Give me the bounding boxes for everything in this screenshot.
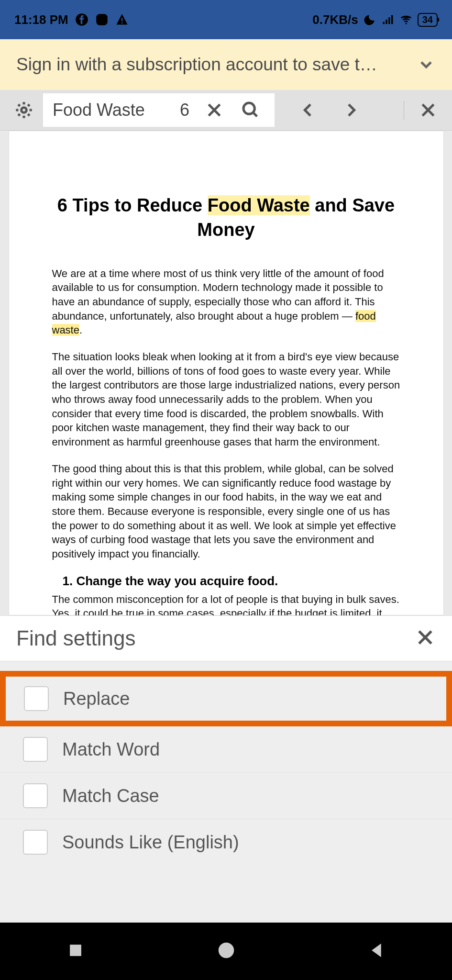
back-button[interactable]: [368, 941, 386, 961]
search-input[interactable]: [53, 100, 172, 120]
search-box: 6: [43, 93, 275, 127]
chevron-right-icon: [342, 100, 361, 120]
moon-icon: [363, 13, 376, 26]
svg-point-3: [104, 16, 106, 17]
close-search-button[interactable]: [414, 96, 442, 124]
clear-search-button[interactable]: [200, 96, 229, 124]
square-icon: [66, 941, 85, 959]
battery-indicator: 34: [418, 13, 438, 27]
paragraph: The good thing about this is that this p…: [52, 462, 400, 561]
close-icon: [419, 100, 438, 120]
chevron-down-icon: [417, 55, 436, 74]
status-time: 11:18 PM: [14, 12, 68, 27]
replace-checkbox[interactable]: [24, 686, 49, 711]
divider: [404, 100, 404, 120]
svg-line-15: [253, 112, 257, 116]
settings-button[interactable]: [10, 96, 38, 124]
svg-point-14: [243, 103, 254, 114]
match-case-label: Match Case: [62, 786, 159, 806]
svg-rect-8: [388, 17, 390, 24]
svg-rect-20: [70, 945, 80, 956]
svg-rect-5: [121, 22, 122, 23]
search-toolbar: 6: [0, 90, 452, 131]
next-result-button[interactable]: [337, 96, 365, 124]
circle-icon: [217, 941, 235, 959]
warning-icon: [115, 13, 129, 26]
match-word-checkbox[interactable]: [23, 737, 48, 762]
match-word-option[interactable]: Match Word: [0, 726, 452, 773]
banner-text: Sign in with a subscription account to s…: [16, 55, 407, 75]
svg-point-2: [99, 17, 104, 22]
search-button[interactable]: [236, 96, 265, 124]
replace-option[interactable]: Replace: [24, 686, 428, 711]
heading: 1. Change the way you acquire food.: [63, 574, 400, 589]
close-find-settings-button[interactable]: [415, 627, 436, 650]
gear-icon: [14, 100, 33, 120]
replace-label: Replace: [63, 689, 130, 709]
replace-option-highlight: Replace: [0, 671, 452, 726]
svg-rect-7: [386, 20, 387, 24]
status-data-rate: 0.7KB/s: [312, 12, 358, 27]
document-viewport[interactable]: 6 Tips to Reduce Food Waste and Save Mon…: [0, 131, 452, 615]
status-bar: 11:18 PM 0.7KB/s 34: [0, 0, 452, 39]
prev-result-button[interactable]: [294, 96, 322, 124]
triangle-left-icon: [368, 941, 386, 959]
svg-point-21: [219, 944, 233, 958]
match-word-label: Match Word: [62, 739, 160, 760]
home-button[interactable]: [217, 941, 235, 961]
sounds-like-option[interactable]: Sounds Like (English): [0, 819, 452, 865]
svg-point-11: [22, 108, 27, 113]
close-icon: [205, 100, 224, 120]
paragraph: The common misconception for a lot of pe…: [52, 592, 400, 615]
recent-apps-button[interactable]: [66, 941, 85, 961]
match-case-option[interactable]: Match Case: [0, 773, 452, 819]
search-count: 6: [180, 100, 192, 120]
document-page: 6 Tips to Reduce Food Waste and Save Mon…: [9, 131, 444, 615]
svg-rect-4: [121, 18, 122, 22]
match-case-checkbox[interactable]: [23, 783, 48, 808]
android-nav-bar: [0, 923, 452, 980]
chevron-left-icon: [298, 100, 318, 120]
paragraph: The situation looks bleak when looking a…: [52, 350, 400, 449]
highlight: Food Waste: [208, 195, 310, 215]
svg-point-10: [405, 23, 407, 24]
svg-rect-6: [383, 22, 385, 24]
signal-icon: [381, 13, 395, 26]
sounds-like-checkbox[interactable]: [23, 830, 48, 855]
sounds-like-label: Sounds Like (English): [62, 832, 239, 853]
find-settings-panel: Find settings Replace Match Word Match C…: [0, 615, 452, 923]
document-title: 6 Tips to Reduce Food Waste and Save Mon…: [52, 193, 400, 243]
svg-rect-9: [391, 15, 393, 24]
signin-banner[interactable]: Sign in with a subscription account to s…: [0, 39, 452, 90]
instagram-icon: [95, 13, 109, 26]
search-icon: [241, 100, 260, 120]
facebook-icon: [75, 13, 88, 26]
find-settings-title: Find settings: [16, 626, 135, 650]
close-icon: [415, 627, 436, 648]
paragraph: We are at a time where most of us think …: [52, 267, 400, 337]
wifi-icon: [399, 13, 413, 26]
